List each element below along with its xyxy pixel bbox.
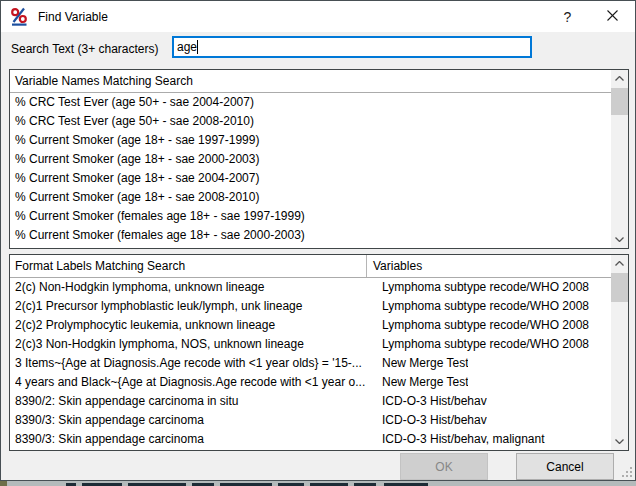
variable-cell: ICD-O-3 Hist/behav, malignant [367,430,545,449]
format-label-cell: 2(c)1 Precursor lymphoblastic leuk/lymph… [15,297,367,316]
variable-cell: ICD-O-3 Hist/behav [367,411,487,430]
format-list-item[interactable]: 4 years and Black~{Age at Diagnosis.Age … [10,373,611,392]
variable-cell: ICD-O-3 Hist/behav [367,392,487,411]
variable-cell: New Merge Test [367,373,468,392]
scrollbar-thumb[interactable] [611,273,628,302]
text-caret [197,40,198,54]
background-window-sliver [0,481,636,486]
variable-cell: New Merge Test [367,354,468,373]
format-label-cell: 3 Items~{Age at Diagnosis.Age recode wit… [15,354,367,373]
scroll-down-icon[interactable] [611,433,628,450]
format-labels-column-header[interactable]: Format Labels Matching Search [10,255,367,277]
format-labels-rows: 2(c) Non-Hodgkin lymphoma, unknown linea… [10,278,611,450]
variable-list-scrollbar[interactable] [611,70,628,248]
scroll-down-icon[interactable] [611,231,628,248]
variable-list-item[interactable]: % Current Smoker (females age 18+ - sae … [10,226,611,245]
resize-grip-icon[interactable] [621,466,632,477]
scroll-up-icon[interactable] [611,255,628,272]
format-list-item[interactable]: 8390/3: Skin appendage carcinomaICD-O-3 … [10,449,611,450]
format-list-item[interactable]: 8390/3: Skin appendage carcinomaICD-O-3 … [10,411,611,430]
format-list-item[interactable]: 2(c)1 Precursor lymphoblastic leuk/lymph… [10,297,611,316]
search-input[interactable] [172,36,532,58]
title-bar: Find Variable ? [1,1,635,32]
format-label-cell: 8390/3: Skin appendage carcinoma [15,449,367,450]
format-labels-list: Format Labels Matching Search Variables … [9,254,629,451]
ok-button[interactable]: OK [400,453,488,480]
format-label-cell: 8390/3: Skin appendage carcinoma [15,411,367,430]
find-variable-dialog: Find Variable ? Search Text (3+ characte… [0,0,636,481]
variable-cell: Lymphoma subtype recode/WHO 2008 [367,335,589,354]
variable-names-column-header[interactable]: Variable Names Matching Search [10,70,611,92]
variable-list-item[interactable]: % Current Smoker (females age 18+ - sae … [10,245,611,248]
scroll-up-icon[interactable] [611,70,628,87]
variable-cell: Lymphoma subtype recode/WHO 2008 [367,297,589,316]
close-icon [607,10,618,24]
format-list-item[interactable]: 2(c)3 Non-Hodgkin lymphoma, NOS, unknown… [10,335,611,354]
search-label: Search Text (3+ characters) [11,42,159,56]
format-list-item[interactable]: 3 Items~{Age at Diagnosis.Age recode wit… [10,354,611,373]
variables-column-header[interactable]: Variables [367,255,611,277]
variable-cell: ICD-O-3 Hist/behav [367,449,487,450]
variable-list-item[interactable]: % Current Smoker (age 18+ - sae 1997-199… [10,131,611,150]
format-list-item[interactable]: 8390/3: Skin appendage carcinomaICD-O-3 … [10,430,611,449]
variable-list-item[interactable]: % Current Smoker (age 18+ - sae 2000-200… [10,150,611,169]
format-list-item[interactable]: 2(c) Non-Hodgkin lymphoma, unknown linea… [10,278,611,297]
variable-list-item[interactable]: % CRC Test Ever (age 50+ - sae 2004-2007… [10,93,611,112]
help-button[interactable]: ? [545,1,590,32]
format-label-cell: 4 years and Black~{Age at Diagnosis.Age … [15,373,367,392]
variable-cell: Lymphoma subtype recode/WHO 2008 [367,278,589,297]
variable-list-item[interactable]: % Current Smoker (age 18+ - sae 2004-200… [10,169,611,188]
variable-list-item[interactable]: % CRC Test Ever (age 50+ - sae 2008-2010… [10,112,611,131]
variable-names-rows: % CRC Test Ever (age 50+ - sae 2004-2007… [10,93,611,248]
seerstat-percent-icon [10,7,29,26]
format-label-cell: 2(c)2 Prolymphocytic leukemia, unknown l… [15,316,367,335]
window-title: Find Variable [38,10,545,24]
format-list-item[interactable]: 2(c)2 Prolymphocytic leukemia, unknown l… [10,316,611,335]
close-button[interactable] [590,1,635,32]
variable-list-item[interactable]: % Current Smoker (females age 18+ - sae … [10,207,611,226]
scrollbar-thumb[interactable] [611,88,628,115]
format-label-cell: 8390/3: Skin appendage carcinoma [15,430,367,449]
format-label-cell: 2(c)3 Non-Hodgkin lymphoma, NOS, unknown… [15,335,367,354]
variable-list-item[interactable]: % Current Smoker (age 18+ - sae 2008-201… [10,188,611,207]
format-list-item[interactable]: 8390/2: Skin appendage carcinoma in situ… [10,392,611,411]
format-list-scrollbar[interactable] [611,255,628,450]
variable-names-list: Variable Names Matching Search % CRC Tes… [9,69,629,249]
cancel-button[interactable]: Cancel [516,453,614,480]
format-label-cell: 8390/2: Skin appendage carcinoma in situ [15,392,367,411]
variable-cell: Lymphoma subtype recode/WHO 2008 [367,316,589,335]
format-label-cell: 2(c) Non-Hodgkin lymphoma, unknown linea… [15,278,367,297]
